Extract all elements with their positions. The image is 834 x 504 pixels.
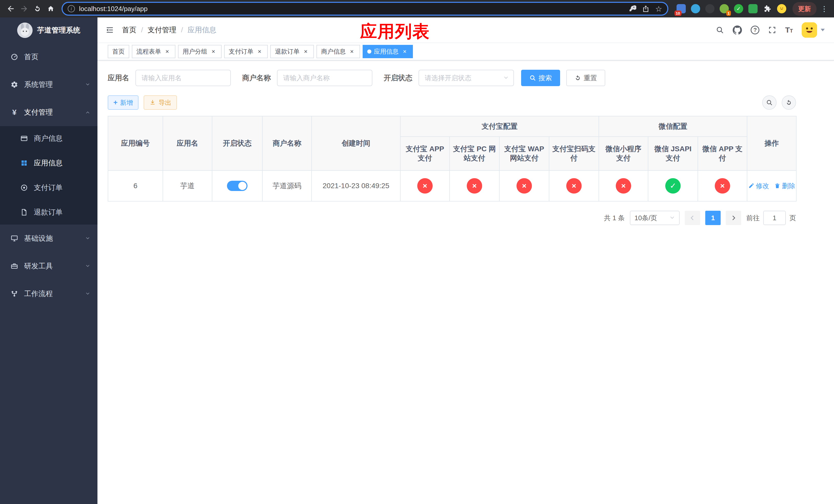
table-row: 6 芋道 芋道源码 2021-10-23 08:49:25 × × × × × … — [108, 170, 796, 201]
sidebar-item-app-info[interactable]: 应用信息 — [0, 151, 97, 175]
extension-icon-emoji-face[interactable] — [777, 4, 786, 13]
extension-icon-green-doc[interactable] — [748, 4, 758, 13]
breadcrumb-item-current: 应用信息 — [188, 25, 216, 35]
group-header-wechat: 微信配置 — [599, 116, 747, 137]
merchant-name-input[interactable] — [277, 70, 372, 86]
font-size-icon[interactable]: TT — [785, 26, 793, 34]
breadcrumb: 首页 / 支付管理 / 应用信息 — [122, 25, 216, 35]
extensions-bar: 10 1 ✓ — [673, 4, 790, 13]
export-button[interactable]: 导出 — [144, 95, 177, 110]
edit-button[interactable]: 修改 — [748, 182, 769, 190]
toolbox-icon — [10, 262, 19, 270]
app-name-input[interactable] — [135, 70, 231, 86]
chevron-down-icon — [503, 75, 509, 81]
url-text[interactable]: localhost:1024/pay/app — [79, 5, 624, 13]
browser-forward-button[interactable] — [18, 2, 31, 15]
tab-app-info[interactable]: 应用信息 × — [363, 45, 413, 58]
close-icon[interactable]: × — [348, 48, 355, 55]
tab-process-form[interactable]: 流程表单 × — [132, 45, 175, 58]
col-header-actions: 操作 — [747, 116, 796, 170]
toggle-search-button[interactable] — [762, 95, 776, 110]
close-icon[interactable]: × — [210, 48, 217, 55]
refresh-table-button[interactable] — [782, 95, 796, 110]
close-icon[interactable]: × — [256, 48, 263, 55]
sidebar: 芋道管理系统 首页 系统管理 ¥ 支付管理 — [0, 18, 97, 504]
extension-icon-check[interactable]: ✓ — [734, 4, 743, 13]
channel-disabled-icon: × — [467, 178, 482, 193]
prev-page-button[interactable] — [685, 211, 700, 225]
site-info-icon[interactable]: i — [68, 5, 75, 12]
browser-update-button[interactable]: 更新 — [792, 2, 816, 16]
next-page-button[interactable] — [726, 211, 741, 225]
sidebar-item-home[interactable]: 首页 — [0, 43, 97, 71]
close-icon[interactable]: × — [163, 48, 171, 55]
active-tab-dot — [367, 49, 371, 53]
sidebar-item-label: 退款订单 — [34, 207, 90, 217]
breadcrumb-separator: / — [181, 26, 183, 34]
col-header-merchant: 商户名称 — [262, 116, 312, 170]
breadcrumb-separator: / — [141, 26, 143, 34]
sidebar-item-infrastructure[interactable]: 基础设施 — [0, 225, 97, 252]
search-button[interactable]: 搜索 — [521, 70, 560, 86]
table-tools — [762, 95, 796, 110]
user-menu[interactable] — [802, 22, 825, 38]
sidebar-toggle-button[interactable] — [97, 18, 122, 43]
close-icon[interactable]: × — [401, 48, 408, 55]
tab-refund-orders[interactable]: 退款订单 × — [270, 45, 314, 58]
status-select[interactable]: 请选择开启状态 — [419, 70, 514, 86]
sidebar-item-system[interactable]: 系统管理 — [0, 71, 97, 98]
page-number-button[interactable]: 1 — [705, 211, 721, 225]
extension-icon-dark[interactable] — [705, 4, 715, 13]
app-window: i localhost:1024/pay/app ☆ 10 1 ✓ — [0, 0, 834, 504]
status-switch[interactable] — [227, 181, 247, 191]
sidebar-item-dev-tools[interactable]: 研发工具 — [0, 252, 97, 280]
extensions-puzzle-icon[interactable] — [763, 4, 772, 13]
dashboard-icon — [10, 53, 19, 61]
sidebar-item-merchant-info[interactable]: 商户信息 — [0, 126, 97, 151]
tab-user-group[interactable]: 用户分组 × — [178, 45, 222, 58]
password-key-icon[interactable] — [629, 5, 636, 13]
filter-form: 应用名 商户名称 开启状态 请选择开启状态 搜索 — [108, 70, 796, 86]
browser-reload-button[interactable] — [31, 2, 44, 15]
bookmark-star-icon[interactable]: ☆ — [655, 4, 662, 13]
breadcrumb-item-home[interactable]: 首页 — [122, 25, 136, 35]
delete-button[interactable]: 删除 — [774, 182, 795, 190]
page-size-select[interactable]: 10条/页 — [630, 211, 680, 225]
extension-icon-apps[interactable]: 10 — [677, 4, 686, 13]
fullscreen-icon[interactable] — [768, 26, 776, 34]
goto-page-input[interactable] — [763, 211, 786, 225]
sidebar-item-label: 商户信息 — [34, 134, 90, 143]
extension-icon-drop[interactable] — [691, 4, 700, 13]
github-icon[interactable] — [733, 25, 742, 35]
tab-label: 支付订单 — [229, 47, 254, 55]
tab-merchant-info[interactable]: 商户信息 × — [316, 45, 360, 58]
close-icon[interactable]: × — [302, 48, 309, 55]
extension-icon-avatar[interactable]: 1 — [720, 4, 729, 13]
cell-merchant: 芋道源码 — [262, 170, 312, 201]
tab-pay-orders[interactable]: 支付订单 × — [224, 45, 268, 58]
chevron-down-icon — [85, 82, 90, 87]
address-bar[interactable]: i localhost:1024/pay/app ☆ — [62, 2, 668, 16]
browser-back-button[interactable] — [4, 2, 18, 15]
browser-home-button[interactable] — [44, 2, 58, 15]
browser-menu-icon[interactable]: ⋮ — [819, 5, 830, 13]
sidebar-item-workflow[interactable]: 工作流程 — [0, 280, 97, 307]
sidebar-item-pay-orders[interactable]: 支付订单 — [0, 175, 97, 200]
sidebar-item-refund-orders[interactable]: 退款订单 — [0, 200, 97, 225]
sidebar-logo[interactable]: 芋道管理系统 — [0, 18, 97, 43]
sidebar-item-label: 首页 — [24, 52, 90, 62]
table-toolbar: + 新增 导出 — [108, 95, 796, 110]
help-icon[interactable]: ? — [751, 26, 760, 35]
tab-home[interactable]: 首页 — [108, 45, 129, 58]
logo-avatar — [17, 23, 32, 38]
goto-prefix: 前往 — [746, 213, 760, 223]
share-icon[interactable] — [642, 5, 650, 13]
add-button[interactable]: + 新增 — [108, 95, 138, 110]
reset-button[interactable]: 重置 — [566, 70, 605, 86]
payment-submenu: 商户信息 应用信息 支付订单 退款订单 — [0, 126, 97, 225]
chevron-down-icon — [85, 291, 90, 296]
breadcrumb-item-payment: 支付管理 — [148, 25, 176, 35]
app-name-label: 应用名 — [108, 73, 129, 83]
header-search-icon[interactable] — [716, 26, 724, 34]
sidebar-item-payment[interactable]: ¥ 支付管理 — [0, 98, 97, 126]
